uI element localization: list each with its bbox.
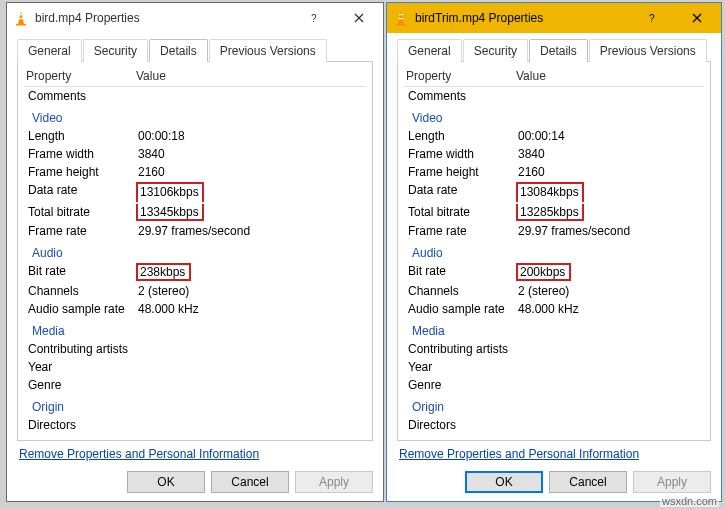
list-item: Length00:00:14 bbox=[404, 127, 704, 145]
svg-text:?: ? bbox=[649, 13, 655, 23]
ok-button[interactable]: OK bbox=[127, 471, 205, 493]
list-item: Year bbox=[24, 358, 366, 376]
highlight-box: 13345kbps bbox=[136, 204, 204, 221]
section-media: Media bbox=[404, 318, 704, 340]
list-item: Contributing artists bbox=[24, 340, 366, 358]
titlebar[interactable]: bird.mp4 Properties ? bbox=[7, 3, 383, 33]
list-item: Frame width3840 bbox=[404, 145, 704, 163]
window-body: General Security Details Previous Versio… bbox=[7, 33, 383, 501]
highlight-box: 13106kbps bbox=[136, 182, 204, 202]
remove-properties-link[interactable]: Remove Properties and Personal Informati… bbox=[19, 447, 371, 461]
close-button[interactable] bbox=[675, 4, 719, 32]
header-value: Value bbox=[516, 69, 702, 83]
tab-details[interactable]: Details bbox=[149, 39, 208, 62]
apply-button: Apply bbox=[295, 471, 373, 493]
tab-security[interactable]: Security bbox=[463, 39, 528, 62]
titlebar[interactable]: birdTrim.mp4 Properties ? bbox=[387, 3, 721, 33]
svg-text:?: ? bbox=[311, 13, 317, 23]
help-button[interactable]: ? bbox=[631, 4, 675, 32]
properties-window-right: birdTrim.mp4 Properties ? General Securi… bbox=[386, 2, 722, 502]
section-audio: Audio bbox=[24, 240, 366, 262]
list-item: Frame height2160 bbox=[404, 163, 704, 181]
highlight-box: 238kbps bbox=[136, 263, 191, 281]
highlight-box: 13084kbps bbox=[516, 182, 584, 202]
dialog-buttons: OK Cancel Apply bbox=[397, 463, 711, 493]
details-list[interactable]: Property Value Comments Video Length00:0… bbox=[20, 64, 370, 438]
tabs: General Security Details Previous Versio… bbox=[397, 39, 711, 62]
properties-window-left: bird.mp4 Properties ? General Security D… bbox=[6, 2, 384, 502]
highlight-box: 200kbps bbox=[516, 263, 571, 281]
header-property: Property bbox=[406, 69, 516, 83]
section-video: Video bbox=[24, 105, 366, 127]
list-item: Data rate13106kbps bbox=[24, 181, 366, 203]
list-item: Directors bbox=[404, 416, 704, 434]
list-item: Contributing artists bbox=[404, 340, 704, 358]
list-item: Channels2 (stereo) bbox=[404, 282, 704, 300]
section-audio: Audio bbox=[404, 240, 704, 262]
list-item: Comments bbox=[24, 87, 366, 105]
close-button[interactable] bbox=[337, 4, 381, 32]
tabs: General Security Details Previous Versio… bbox=[17, 39, 373, 62]
column-headers: Property Value bbox=[404, 66, 704, 87]
header-value: Value bbox=[136, 69, 364, 83]
remove-properties-link[interactable]: Remove Properties and Personal Informati… bbox=[399, 447, 709, 461]
list-item: Genre bbox=[24, 376, 366, 394]
list-item: Total bitrate13285kbps bbox=[404, 203, 704, 222]
vlc-cone-icon bbox=[13, 10, 29, 26]
cancel-button[interactable]: Cancel bbox=[211, 471, 289, 493]
tab-details[interactable]: Details bbox=[529, 39, 588, 62]
section-media: Media bbox=[24, 318, 366, 340]
svg-rect-8 bbox=[399, 18, 404, 19]
svg-rect-6 bbox=[396, 24, 406, 26]
section-origin: Origin bbox=[404, 394, 704, 416]
list-item: Comments bbox=[404, 87, 704, 105]
list-item: Frame rate29.97 frames/second bbox=[24, 222, 366, 240]
window-controls: ? bbox=[631, 4, 719, 32]
section-video: Video bbox=[404, 105, 704, 127]
cancel-button[interactable]: Cancel bbox=[549, 471, 627, 493]
svg-rect-2 bbox=[19, 14, 23, 15]
window-title: bird.mp4 Properties bbox=[35, 11, 293, 25]
window-title: birdTrim.mp4 Properties bbox=[415, 11, 631, 25]
list-item: Frame rate29.97 frames/second bbox=[404, 222, 704, 240]
tab-previous-versions[interactable]: Previous Versions bbox=[209, 39, 327, 62]
header-property: Property bbox=[26, 69, 136, 83]
list-item: Genre bbox=[404, 376, 704, 394]
dialog-buttons: OK Cancel Apply bbox=[17, 463, 373, 493]
list-item: Channels2 (stereo) bbox=[24, 282, 366, 300]
tab-content: Property Value Comments Video Length00:0… bbox=[397, 61, 711, 441]
tab-security[interactable]: Security bbox=[83, 39, 148, 62]
tab-content: Property Value Comments Video Length00:0… bbox=[17, 61, 373, 441]
list-item: Bit rate238kbps bbox=[24, 262, 366, 282]
highlight-box: 13285kbps bbox=[516, 204, 584, 221]
window-controls: ? bbox=[293, 4, 381, 32]
section-origin: Origin bbox=[24, 394, 366, 416]
svg-marker-5 bbox=[398, 11, 404, 24]
column-headers: Property Value bbox=[24, 66, 366, 87]
vlc-cone-icon bbox=[393, 10, 409, 26]
tab-general[interactable]: General bbox=[397, 39, 462, 62]
ok-button[interactable]: OK bbox=[465, 471, 543, 493]
svg-rect-3 bbox=[19, 18, 24, 19]
window-body: General Security Details Previous Versio… bbox=[387, 33, 721, 501]
apply-button: Apply bbox=[633, 471, 711, 493]
list-item: Directors bbox=[24, 416, 366, 434]
list-item: Year bbox=[404, 358, 704, 376]
svg-rect-1 bbox=[16, 24, 26, 26]
list-item: Frame width3840 bbox=[24, 145, 366, 163]
watermark: wsxdn.com bbox=[660, 495, 719, 507]
list-item: Frame height2160 bbox=[24, 163, 366, 181]
tab-previous-versions[interactable]: Previous Versions bbox=[589, 39, 707, 62]
list-item: Data rate13084kbps bbox=[404, 181, 704, 203]
list-item: Audio sample rate48.000 kHz bbox=[404, 300, 704, 318]
tab-general[interactable]: General bbox=[17, 39, 82, 62]
list-item: Bit rate200kbps bbox=[404, 262, 704, 282]
help-button[interactable]: ? bbox=[293, 4, 337, 32]
svg-marker-0 bbox=[18, 11, 24, 24]
list-item: Length00:00:18 bbox=[24, 127, 366, 145]
details-list[interactable]: Property Value Comments Video Length00:0… bbox=[400, 64, 708, 438]
list-item: Total bitrate13345kbps bbox=[24, 203, 366, 222]
list-item: Audio sample rate48.000 kHz bbox=[24, 300, 366, 318]
svg-rect-7 bbox=[399, 14, 403, 15]
